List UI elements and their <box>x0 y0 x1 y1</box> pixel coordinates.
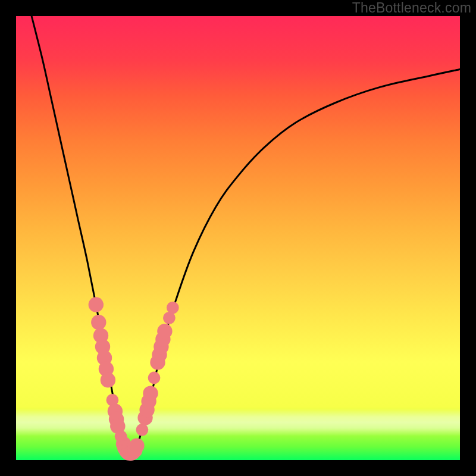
data-marker <box>148 372 161 384</box>
data-marker <box>101 372 115 387</box>
marker-layer <box>89 297 179 461</box>
bottleneck-curve <box>32 16 460 455</box>
curve-layer <box>32 16 460 455</box>
data-marker <box>143 386 158 400</box>
data-marker <box>167 302 179 314</box>
plot-area <box>16 16 460 460</box>
data-marker <box>157 324 172 339</box>
data-marker <box>129 438 144 453</box>
data-marker <box>89 297 104 312</box>
data-marker <box>136 424 149 436</box>
data-marker <box>91 315 106 330</box>
watermark-text: TheBottleneck.com <box>352 0 471 16</box>
chart-svg <box>16 16 460 460</box>
